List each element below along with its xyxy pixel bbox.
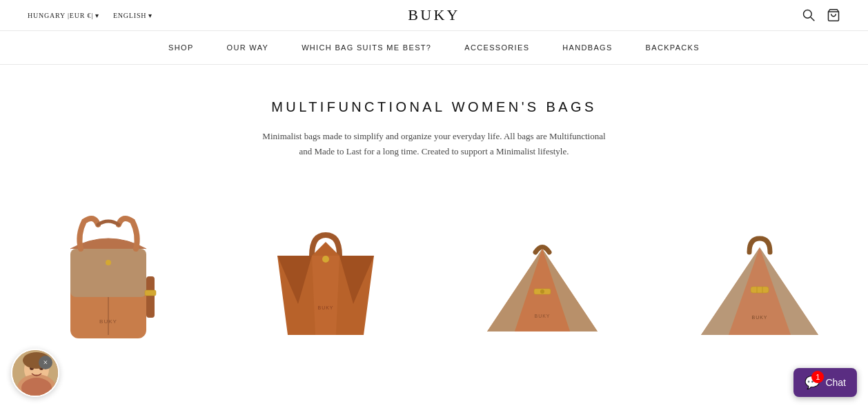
avatar-popup xyxy=(11,349,59,397)
chat-label: Chat xyxy=(825,377,846,388)
svg-rect-4 xyxy=(70,249,146,297)
svg-text:BUKY: BUKY xyxy=(751,315,767,320)
top-bar-right xyxy=(802,8,840,22)
cart-icon xyxy=(827,8,840,22)
avatar-svg xyxy=(12,350,59,397)
svg-text:BUKY: BUKY xyxy=(535,314,551,318)
svg-line-1 xyxy=(811,17,814,21)
cart-button[interactable] xyxy=(827,8,840,22)
hero-title: MULTIFUNCTIONAL WOMEN'S BAGS xyxy=(14,99,854,115)
nav-backpacks[interactable]: BACKPACKS xyxy=(646,43,700,52)
nav-accessories[interactable]: ACCESSORIES xyxy=(464,43,529,52)
hero-description: Minimalist bags made to simplify and org… xyxy=(262,129,606,159)
product-item[interactable]: BUKY xyxy=(0,194,217,359)
product-item[interactable]: BUKY xyxy=(651,194,869,359)
search-icon xyxy=(802,8,816,22)
svg-rect-7 xyxy=(146,276,155,318)
avatar-image xyxy=(12,350,59,397)
svg-point-10 xyxy=(322,256,329,263)
product-item[interactable]: BUKY xyxy=(434,194,651,359)
svg-text:BUKY: BUKY xyxy=(317,305,333,310)
svg-point-6 xyxy=(106,260,111,265)
hero-section: MULTIFUNCTIONAL WOMEN'S BAGS Minimalist … xyxy=(0,65,868,180)
region-chevron-icon: ▾ xyxy=(95,12,99,19)
backpack-illustration: BUKY xyxy=(39,207,177,359)
top-bar: HUNGARY |EUR €| ▾ ENGLISH ▾ BUKY xyxy=(0,0,868,31)
region-selector[interactable]: HUNGARY |EUR €| ▾ xyxy=(28,12,99,19)
svg-point-0 xyxy=(804,10,812,19)
svg-rect-8 xyxy=(145,290,156,296)
chat-icon-wrap: 💬 1 xyxy=(805,375,820,390)
region-label: HUNGARY |EUR €| xyxy=(28,12,93,19)
search-button[interactable] xyxy=(802,8,816,22)
nav-handbags[interactable]: HANDBAGS xyxy=(562,43,612,52)
language-selector[interactable]: ENGLISH ▾ xyxy=(113,12,152,19)
language-label: ENGLISH xyxy=(113,12,146,19)
top-bar-left: HUNGARY |EUR €| ▾ ENGLISH ▾ xyxy=(28,12,152,19)
tote-illustration: BUKY xyxy=(257,207,395,359)
avatar-close-button[interactable]: × xyxy=(39,356,52,369)
svg-point-13 xyxy=(540,289,544,294)
triangle-tote-illustration: BUKY xyxy=(691,207,829,359)
chat-badge: 1 xyxy=(811,371,824,383)
svg-text:BUKY: BUKY xyxy=(99,318,117,325)
language-chevron-icon: ▾ xyxy=(148,12,152,19)
svg-rect-15 xyxy=(751,287,769,293)
main-nav: SHOP OUR WAY WHICH BAG SUITS ME BEST? AC… xyxy=(0,31,868,65)
product-item[interactable]: BUKY xyxy=(217,194,435,359)
nav-quiz[interactable]: WHICH BAG SUITS ME BEST? xyxy=(302,43,431,52)
nav-shop[interactable]: SHOP xyxy=(168,43,193,52)
nav-our-way[interactable]: OUR WAY xyxy=(227,43,269,52)
triangle-handbag-illustration: BUKY xyxy=(473,207,611,359)
close-icon: × xyxy=(43,358,48,368)
products-row: BUKY BUKY xyxy=(0,180,868,359)
chat-widget[interactable]: 💬 1 Chat xyxy=(793,368,857,397)
site-logo[interactable]: BUKY xyxy=(408,6,460,24)
